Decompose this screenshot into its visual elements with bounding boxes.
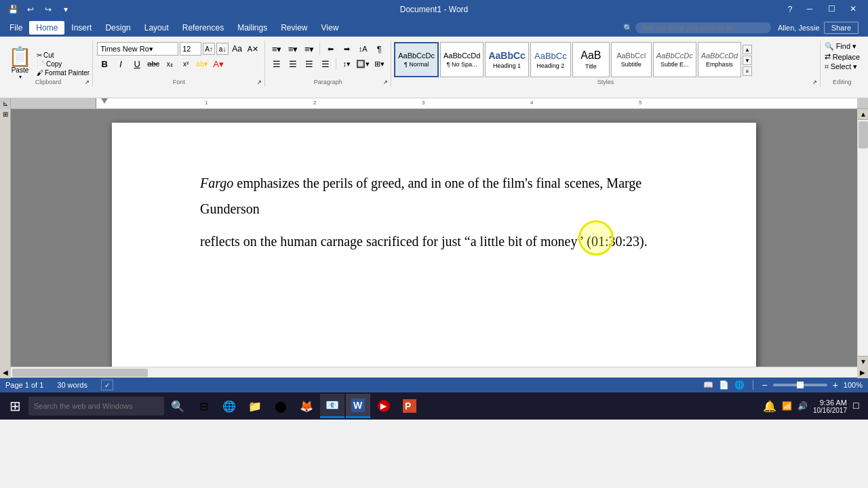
- font-color-button[interactable]: A▾: [211, 57, 226, 70]
- taskbar-search-input[interactable]: [28, 396, 164, 415]
- font-aa-button[interactable]: Aa: [230, 43, 244, 54]
- underline-button[interactable]: U: [130, 57, 144, 70]
- menu-view[interactable]: View: [315, 21, 346, 35]
- read-mode-button[interactable]: 📖: [703, 380, 713, 390]
- proofing-errors-button[interactable]: ✓: [101, 380, 113, 390]
- taskbar-firefox[interactable]: 🦊: [294, 394, 319, 418]
- document-page[interactable]: Fargo emphasizes the perils of greed, an…: [112, 123, 756, 367]
- styles-scroll-up[interactable]: ▲: [743, 45, 752, 54]
- menu-home[interactable]: Home: [29, 21, 64, 35]
- menu-review[interactable]: Review: [274, 21, 314, 35]
- increase-indent-button[interactable]: ➡: [339, 42, 354, 56]
- menu-file[interactable]: File: [3, 21, 29, 35]
- save-button[interactable]: 💾: [5, 2, 20, 17]
- style-heading1[interactable]: AaBbCc Heading 1: [485, 42, 528, 77]
- taskbar-network-icon[interactable]: 📶: [782, 401, 792, 411]
- line-spacing-button[interactable]: ↕▾: [339, 57, 354, 70]
- bold-button[interactable]: B: [97, 57, 112, 70]
- font-clear-button[interactable]: A✕: [245, 44, 260, 54]
- cut-button[interactable]: ✂ Cut: [37, 52, 90, 59]
- styles-expand[interactable]: ≡: [743, 66, 752, 76]
- style-emphasis[interactable]: AaBbCcDd Emphasis: [698, 42, 741, 77]
- style-subtitle[interactable]: AaBbCcI Subtitle: [611, 42, 652, 77]
- style-normal[interactable]: AaBbCcDc ¶ Normal: [394, 42, 439, 77]
- taskbar-show-desktop[interactable]: ☐: [852, 401, 860, 411]
- font-shrink-button[interactable]: a↓: [216, 43, 229, 55]
- superscript-button[interactable]: x²: [178, 57, 193, 70]
- shading-button[interactable]: 🔲▾: [355, 57, 370, 70]
- minimize-button[interactable]: ─: [800, 2, 819, 16]
- scroll-left-button[interactable]: ◀: [0, 367, 11, 378]
- paste-button[interactable]: 📋 Paste ▾: [5, 46, 35, 81]
- taskbar-task-view[interactable]: ⊟: [191, 394, 216, 418]
- strikethrough-button[interactable]: abc: [146, 57, 161, 70]
- redo-button[interactable]: ↪: [41, 2, 56, 17]
- multilevel-button[interactable]: ≡▾: [302, 42, 317, 56]
- select-button[interactable]: ⌗Select ▾: [825, 62, 860, 71]
- menu-mailings[interactable]: Mailings: [231, 21, 274, 35]
- align-left-button[interactable]: ☰: [269, 57, 284, 70]
- close-button[interactable]: ✕: [844, 2, 863, 16]
- start-button[interactable]: ⊞: [3, 394, 27, 418]
- taskbar-chrome[interactable]: ⬤: [269, 394, 293, 418]
- find-button[interactable]: 🔍Find ▾: [825, 42, 860, 51]
- scroll-up-button[interactable]: ▲: [858, 109, 868, 120]
- zoom-plus-button[interactable]: +: [833, 380, 838, 390]
- align-center-button[interactable]: ☰: [285, 57, 300, 70]
- replace-button[interactable]: ⇄Replace: [825, 52, 860, 61]
- undo-button[interactable]: ↩: [23, 2, 38, 17]
- doc-nav-button[interactable]: ⊞: [1, 109, 9, 119]
- taskbar-cortana[interactable]: 🔍: [165, 394, 190, 418]
- zoom-minus-button[interactable]: −: [762, 380, 767, 390]
- style-title[interactable]: AaB Title: [572, 42, 610, 77]
- subscript-button[interactable]: x₂: [162, 57, 177, 70]
- numbering-button[interactable]: ≡▾: [285, 42, 300, 56]
- share-button[interactable]: Share: [824, 22, 859, 34]
- scroll-down-button[interactable]: ▼: [858, 356, 868, 367]
- vertical-scrollbar[interactable]: ▲ ▼: [857, 109, 868, 367]
- font-name-select[interactable]: Times New Ro ▾: [97, 42, 178, 56]
- menu-insert[interactable]: Insert: [64, 21, 98, 35]
- borders-button[interactable]: ⊞▾: [372, 57, 387, 70]
- taskbar-files[interactable]: 📁: [243, 394, 267, 418]
- menu-layout[interactable]: Layout: [138, 21, 176, 35]
- font-size-select[interactable]: 12: [180, 42, 201, 56]
- taskbar-outlook[interactable]: 📧: [320, 394, 344, 418]
- italic-button[interactable]: I: [113, 57, 128, 70]
- copy-button[interactable]: 📄 Copy: [37, 60, 90, 68]
- text-highlight-button[interactable]: ab▾: [195, 57, 210, 70]
- style-heading2[interactable]: AaBbCc Heading 2: [530, 42, 571, 77]
- menu-references[interactable]: References: [176, 21, 231, 35]
- taskbar-word[interactable]: W: [346, 394, 370, 418]
- zoom-slider[interactable]: [773, 384, 827, 386]
- ruler-type-button[interactable]: ⊾: [0, 98, 11, 109]
- styles-expand-btn[interactable]: ↗: [812, 79, 817, 85]
- justify-button[interactable]: ☰: [318, 57, 333, 70]
- taskbar-volume-icon[interactable]: 🔊: [797, 401, 808, 411]
- tell-me-input[interactable]: [635, 22, 771, 33]
- align-right-button[interactable]: ☰: [302, 57, 317, 70]
- style-subtle-em[interactable]: AaBbCcDc Subtle E...: [653, 42, 696, 77]
- decrease-indent-button[interactable]: ⬅: [323, 42, 338, 56]
- taskbar-audio[interactable]: ▶: [372, 394, 396, 418]
- web-layout-button[interactable]: 🌐: [734, 380, 745, 390]
- taskbar-ie[interactable]: 🌐: [217, 394, 241, 418]
- format-painter-button[interactable]: 🖌 Format Painter: [37, 69, 90, 77]
- clipboard-expand[interactable]: ↗: [85, 79, 90, 85]
- bullets-button[interactable]: ≡▾: [269, 42, 284, 56]
- scroll-thumb[interactable]: [859, 121, 868, 148]
- font-expand[interactable]: ↗: [257, 79, 262, 85]
- show-marks-button[interactable]: ¶: [372, 42, 387, 56]
- style-no-spacing[interactable]: AaBbCcDd ¶ No Spa...: [440, 42, 484, 77]
- h-scroll-thumb[interactable]: [12, 369, 148, 377]
- paragraph-expand[interactable]: ↗: [383, 79, 388, 85]
- maximize-button[interactable]: ☐: [822, 2, 841, 16]
- help-icon[interactable]: ?: [783, 2, 797, 17]
- styles-scroll-down[interactable]: ▼: [743, 56, 752, 65]
- font-grow-button[interactable]: A↑: [203, 43, 215, 55]
- scroll-right-button[interactable]: ▶: [857, 367, 868, 378]
- sort-button[interactable]: ↕A: [355, 42, 370, 56]
- taskbar-powerpoint[interactable]: P: [397, 394, 422, 418]
- menu-design[interactable]: Design: [98, 21, 137, 35]
- print-layout-button[interactable]: 📄: [719, 380, 729, 390]
